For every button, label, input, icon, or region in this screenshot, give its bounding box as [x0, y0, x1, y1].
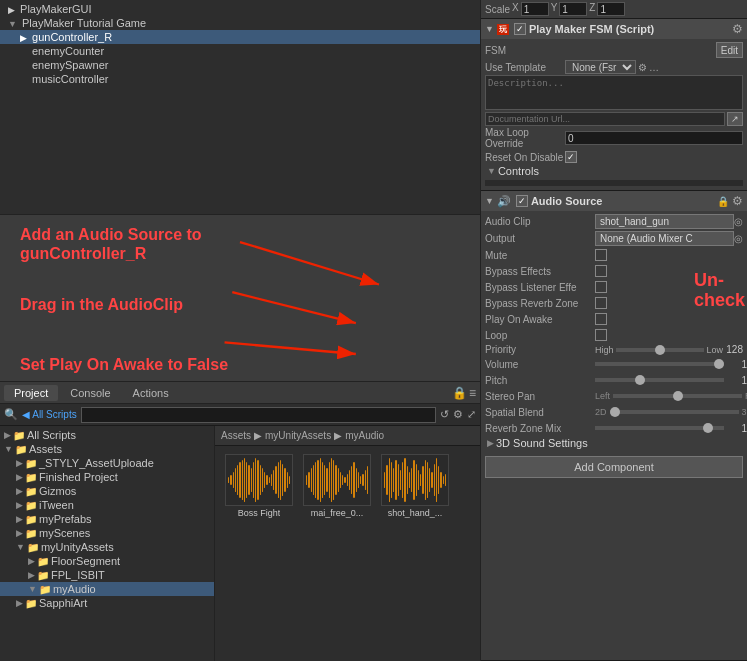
menu-icon[interactable]: ≡: [469, 386, 476, 400]
svg-line-3: [225, 342, 356, 354]
audio-lock-icon: 🔒: [717, 196, 729, 207]
use-template-label: Use Template: [485, 62, 565, 73]
reverb-slider[interactable]: [595, 426, 724, 430]
scale-x-input[interactable]: [521, 2, 549, 16]
max-loop-input[interactable]: [565, 131, 743, 145]
doc-url-input[interactable]: [485, 112, 725, 126]
pitch-slider[interactable]: [595, 378, 724, 382]
hierarchy-item-enemy-counter[interactable]: enemyCounter: [0, 44, 480, 58]
tree-item-finished-project[interactable]: ▶ 📁 Finished Project: [0, 470, 214, 484]
tree-item-styly[interactable]: ▶ 📁 _STYLY_AssetUploade: [0, 456, 214, 470]
tree-item-all-scripts[interactable]: ▶ 📁 All Scripts: [0, 428, 214, 442]
tab-console[interactable]: Console: [60, 385, 120, 401]
fsm-edit-button[interactable]: Edit: [716, 42, 743, 58]
priority-low-label: Low: [706, 345, 723, 355]
search-icon: 🔍: [4, 408, 18, 421]
bypass-reverb-checkbox[interactable]: [595, 297, 607, 309]
tree-item-assets[interactable]: ▼ 📁 Assets: [0, 442, 214, 456]
reset-on-disable-checkbox[interactable]: [565, 151, 577, 163]
sound-settings-label: 3D Sound Settings: [496, 437, 588, 449]
audio-source-checkbox[interactable]: [516, 195, 528, 207]
waveform-bars: [382, 455, 448, 505]
volume-slider[interactable]: [595, 362, 724, 366]
audio-file-mai-free[interactable]: mai_free_0...: [301, 454, 373, 518]
refresh-icon[interactable]: ↺: [440, 408, 449, 421]
hierarchy-panel: ▶ PlayMakerGUI ▼ PlayMaker Tutorial Game…: [0, 0, 480, 215]
play-on-awake-row: Play On Awake: [485, 311, 743, 327]
tree-item-floorsegment[interactable]: ▶ 📁 FloorSegment: [0, 554, 214, 568]
reverb-zone-label: Reverb Zone Mix: [485, 423, 595, 434]
svg-line-1: [240, 242, 379, 284]
audio-gear-icon[interactable]: ⚙: [732, 194, 743, 208]
playmaker-fsm-title: Play Maker FSM (Script): [529, 23, 729, 35]
tree-item-myprefabs[interactable]: ▶ 📁 myPrefabs: [0, 512, 214, 526]
playmaker-fsm-header[interactable]: ▼ 玩 Play Maker FSM (Script) ⚙: [481, 19, 747, 39]
use-template-dropdown[interactable]: None (Fsr: [565, 60, 636, 74]
priority-slider[interactable]: [616, 348, 705, 352]
sound-settings-tri-icon: ▶: [487, 438, 494, 448]
fsm-gear-icon[interactable]: ⚙: [732, 22, 743, 36]
controls-tri-icon: ▼: [487, 166, 496, 176]
tree-item-myscenes[interactable]: ▶ 📁 myScenes: [0, 526, 214, 540]
tree-item-fpl-isbit[interactable]: ▶ 📁 FPL_ISBIT: [0, 568, 214, 582]
fsm-checkbox[interactable]: [514, 23, 526, 35]
settings-icon[interactable]: ⚙: [453, 408, 463, 421]
audio-file-boss-fight[interactable]: Boss Fight: [223, 454, 295, 518]
audio-clip-target-icon[interactable]: ◎: [734, 216, 743, 227]
hierarchy-item-tutorial-game[interactable]: ▼ PlayMaker Tutorial Game: [0, 16, 480, 30]
play-on-awake-checkbox[interactable]: [595, 313, 607, 325]
tri-icon: ▶: [16, 486, 23, 496]
playmaker-icon: 玩: [497, 24, 509, 35]
expand-icon[interactable]: ⤢: [467, 408, 476, 421]
hierarchy-item-enemy-spawner[interactable]: enemySpawner: [0, 58, 480, 72]
tri-icon: ▶: [28, 556, 35, 566]
waveform-bars: [226, 455, 292, 505]
svg-line-2: [232, 292, 356, 323]
stereo-slider[interactable]: [613, 394, 742, 398]
reset-on-disable-row: Reset On Disable: [485, 150, 743, 164]
bypass-effects-checkbox[interactable]: [595, 265, 607, 277]
search-input[interactable]: [81, 407, 436, 423]
tree-item-itween[interactable]: ▶ 📁 iTween: [0, 498, 214, 512]
output-target-icon[interactable]: ◎: [734, 233, 743, 244]
audio-file-shot-hand[interactable]: shot_hand_...: [379, 454, 451, 518]
bypass-listener-checkbox[interactable]: [595, 281, 607, 293]
template-settings-icon[interactable]: ⚙: [638, 62, 647, 73]
loop-label: Loop: [485, 330, 595, 341]
fsm-label: FSM: [485, 45, 565, 56]
tree-item-sapphiart[interactable]: ▶ 📁 SapphiArt: [0, 596, 214, 610]
template-more-icon[interactable]: …: [649, 62, 659, 73]
scale-z-input[interactable]: [597, 2, 625, 16]
all-scripts-link[interactable]: ◀ All Scripts: [22, 409, 77, 420]
tab-actions[interactable]: Actions: [123, 385, 179, 401]
spatial-slider[interactable]: [610, 410, 739, 414]
tree-item-myaudio[interactable]: ▼ 📁 myAudio: [0, 582, 214, 596]
hierarchy-item-gun-controller[interactable]: ▶ gunController_R: [0, 30, 480, 44]
stereo-pan-label: Stereo Pan: [485, 391, 595, 402]
expand-tri-icon: ▼: [485, 196, 494, 206]
description-textarea[interactable]: [485, 75, 743, 110]
loop-checkbox[interactable]: [595, 329, 607, 341]
spatial-slider-container: 2D 3D 0: [595, 407, 747, 418]
x-label: X: [512, 2, 519, 16]
expand-icon: ▶: [20, 33, 27, 43]
doc-url-button[interactable]: ↗: [727, 112, 743, 126]
sound-settings-section[interactable]: ▶ 3D Sound Settings: [485, 436, 743, 450]
scale-y-input[interactable]: [559, 2, 587, 16]
tab-project[interactable]: Project: [4, 385, 58, 401]
mute-checkbox[interactable]: [595, 249, 607, 261]
doc-url-row: ↗: [485, 112, 743, 126]
controls-section[interactable]: ▼ Controls: [485, 164, 743, 178]
add-component-button[interactable]: Add Component: [485, 456, 743, 478]
tri-icon: ▶: [16, 472, 23, 482]
waveform-shot-hand: [381, 454, 449, 506]
audio-source-header[interactable]: ▼ 🔊 Audio Source 🔒 ⚙: [481, 191, 747, 211]
hierarchy-item-playmaker-gui[interactable]: ▶ PlayMakerGUI: [0, 2, 480, 16]
tri-icon: ▼: [4, 444, 13, 454]
tree-item-myunityassets[interactable]: ▼ 📁 myUnityAssets: [0, 540, 214, 554]
audio-files-grid: Boss Fight mai_free_0...: [215, 446, 480, 526]
tree-item-gizmos[interactable]: ▶ 📁 Gizmos: [0, 484, 214, 498]
tri-icon: ▶: [16, 514, 23, 524]
hierarchy-item-music-controller[interactable]: musicController: [0, 72, 480, 86]
assets-breadcrumb: Assets ▶ myUnityAssets ▶ myAudio: [215, 426, 480, 446]
